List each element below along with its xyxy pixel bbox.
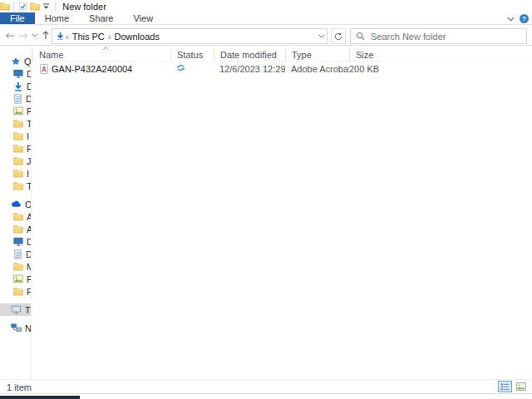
tab-file[interactable]: File bbox=[0, 12, 35, 24]
file-explorer-window: | | New folder FileHomeShareView ? › Thi… bbox=[0, 0, 532, 399]
sidebar-item-p[interactable]: P bbox=[0, 285, 31, 298]
file-type: Adobe Acrobat D... bbox=[285, 64, 349, 74]
sidebar-item-t[interactable]: T bbox=[0, 117, 31, 130]
back-arrow-icon bbox=[5, 32, 15, 40]
sidebar-item-label: I bbox=[27, 169, 29, 179]
sidebar-item-network[interactable]: Network bbox=[0, 322, 31, 334]
sidebar-item-label: Desktop bbox=[27, 237, 31, 247]
titlebar-divider: | bbox=[55, 2, 57, 11]
thumbnail-view-button[interactable] bbox=[514, 381, 528, 392]
desktop-icon bbox=[13, 237, 23, 246]
onedrive-cloud-icon bbox=[11, 200, 22, 208]
sidebar-item-label: I bbox=[27, 131, 29, 141]
navigation-pane: Quick accessDesktopDownloadsDocumentsPic… bbox=[0, 47, 32, 379]
sidebar-item-label: Pictures bbox=[27, 274, 31, 284]
sidebar-item-this-pc[interactable]: This PC bbox=[0, 303, 31, 316]
sidebar-item-label: Documents bbox=[26, 94, 31, 104]
folder-icon bbox=[13, 119, 23, 128]
sidebar-item-a[interactable]: A bbox=[0, 210, 31, 223]
quick-access-star-icon bbox=[11, 57, 21, 66]
qat-properties-button[interactable] bbox=[17, 1, 29, 12]
sidebar-item-onedrive[interactable]: OneDrive bbox=[0, 198, 31, 210]
tab-view[interactable]: View bbox=[123, 12, 163, 24]
sidebar-item-label: J bbox=[27, 156, 31, 166]
sidebar-item-label: This PC bbox=[25, 305, 31, 315]
file-size: 200 KB bbox=[349, 64, 387, 74]
status-bar: 1 item bbox=[0, 379, 532, 394]
downloads-location-icon bbox=[56, 32, 65, 41]
file-row[interactable]: GAN-P432A24000412/6/2023 12:29 PMAdobe A… bbox=[32, 62, 532, 76]
forward-arrow-icon bbox=[18, 32, 28, 40]
help-button[interactable]: ? bbox=[520, 14, 529, 23]
refresh-button[interactable] bbox=[331, 28, 346, 44]
details-view-button[interactable] bbox=[498, 381, 512, 392]
sidebar-item-label: Network bbox=[25, 323, 31, 333]
explorer-window-icon bbox=[0, 2, 10, 11]
expand-ribbon-chevron-icon[interactable] bbox=[507, 17, 515, 22]
folder-icon bbox=[13, 131, 23, 140]
column-header-status[interactable]: Status bbox=[170, 49, 214, 61]
network-icon bbox=[11, 323, 22, 332]
address-dropdown-chevron-icon[interactable] bbox=[318, 34, 325, 38]
sidebar-item-quick-access[interactable]: Quick access bbox=[0, 55, 31, 67]
qat-customize-button[interactable] bbox=[41, 1, 52, 12]
sidebar-item-i[interactable]: I bbox=[0, 167, 31, 180]
sidebar-item-documents[interactable]: Documents bbox=[0, 248, 31, 260]
up-button[interactable] bbox=[39, 28, 52, 43]
column-header-size[interactable]: Size bbox=[349, 49, 387, 61]
back-button[interactable] bbox=[3, 28, 17, 43]
search-placeholder: Search New folder bbox=[371, 32, 446, 42]
sidebar-item-j[interactable]: J bbox=[0, 155, 31, 167]
sidebar-item-pictures[interactable]: Pictures bbox=[0, 105, 31, 117]
qat-new-folder-button[interactable] bbox=[29, 1, 41, 12]
sort-ascending-caret-icon bbox=[102, 47, 109, 51]
sidebar-item-documents[interactable]: Documents bbox=[0, 92, 31, 105]
sidebar-item-t[interactable]: T bbox=[0, 180, 31, 192]
minimize-button[interactable] bbox=[457, 0, 482, 12]
column-header-type[interactable]: Type bbox=[285, 49, 349, 61]
forward-button[interactable] bbox=[17, 28, 30, 43]
sidebar-item-pictures[interactable]: Pictures bbox=[0, 273, 31, 285]
sidebar-item-m[interactable]: M bbox=[0, 260, 31, 273]
address-bar[interactable]: › This PC›Downloads bbox=[52, 28, 328, 44]
sidebar-item-label: Pictures bbox=[27, 106, 31, 116]
up-arrow-icon bbox=[42, 31, 50, 40]
search-box[interactable]: Search New folder bbox=[350, 28, 527, 44]
tab-share[interactable]: Share bbox=[79, 12, 123, 24]
title-bar: | | New folder bbox=[0, 0, 532, 12]
folder-icon bbox=[13, 169, 23, 178]
restore-button[interactable] bbox=[482, 0, 507, 12]
window-title: New folder bbox=[62, 2, 106, 12]
sidebar-item-f[interactable]: F bbox=[0, 142, 31, 155]
column-header-name[interactable]: Name bbox=[32, 49, 170, 61]
close-button[interactable] bbox=[507, 0, 532, 12]
sidebar-item-label: Quick access bbox=[24, 57, 31, 66]
breadcrumb-item[interactable]: Downloads bbox=[111, 32, 161, 42]
sync-icon bbox=[176, 63, 185, 72]
sidebar-item-label: F bbox=[27, 144, 31, 154]
sidebar-item-i[interactable]: I bbox=[0, 130, 31, 142]
ribbon-right-controls: ? bbox=[507, 12, 529, 25]
recent-locations-button[interactable] bbox=[30, 28, 39, 43]
folder-icon bbox=[13, 262, 23, 271]
tab-home[interactable]: Home bbox=[35, 12, 79, 24]
sidebar-item-a[interactable]: A bbox=[0, 223, 31, 235]
sidebar-item-desktop[interactable]: Desktop bbox=[0, 235, 31, 248]
sidebar-item-downloads[interactable]: Downloads bbox=[0, 80, 31, 92]
navigation-toolbar: › This PC›Downloads Search New folder bbox=[0, 26, 532, 46]
caption-buttons bbox=[457, 0, 532, 12]
pdf-file-icon bbox=[40, 64, 48, 74]
new-folder-icon bbox=[30, 2, 40, 11]
sidebar-item-label: Downloads bbox=[27, 81, 31, 91]
qat-customize-chevron-icon bbox=[42, 3, 50, 10]
items-count: 1 item bbox=[7, 382, 32, 392]
properties-check-icon bbox=[18, 2, 27, 11]
desktop-icon bbox=[13, 69, 23, 78]
sidebar-item-label: Documents bbox=[26, 249, 31, 259]
refresh-icon bbox=[334, 32, 342, 41]
breadcrumb-item[interactable]: This PC bbox=[70, 32, 107, 42]
sidebar-item-label: OneDrive bbox=[25, 200, 31, 209]
sidebar-item-desktop[interactable]: Desktop bbox=[0, 67, 31, 80]
column-header-date-modified[interactable]: Date modified bbox=[214, 49, 285, 61]
thumbnail-view-icon bbox=[516, 382, 526, 391]
